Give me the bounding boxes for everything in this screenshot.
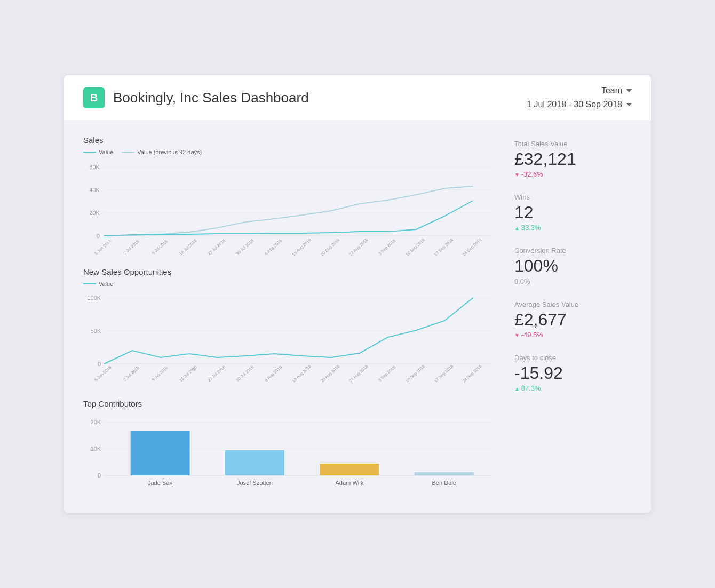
- svg-text:13 Aug 2018: 13 Aug 2018: [291, 237, 313, 257]
- contributors-chart-title: Top Contributors: [83, 399, 497, 408]
- bar-josef-szotten: [225, 450, 284, 475]
- svg-text:30 Jul 2018: 30 Jul 2018: [235, 364, 255, 383]
- header-right: Team 1 Jul 2018 - 30 Sep 2018: [527, 86, 632, 109]
- svg-text:17 Sep 2018: 17 Sep 2018: [433, 364, 454, 383]
- svg-text:10 Sep 2018: 10 Sep 2018: [404, 237, 426, 257]
- contributors-chart-container: 20K 10K 0: [83, 412, 497, 498]
- svg-text:20 Aug 2018: 20 Aug 2018: [320, 237, 341, 257]
- svg-text:40K: 40K: [89, 187, 100, 193]
- down-arrow-icon: [514, 170, 521, 178]
- legend-opp-line: [83, 283, 96, 284]
- stat-total-sales-change: -32.6%: [514, 170, 632, 178]
- bar-jade-say: [131, 431, 190, 475]
- up-arrow-icon-2: [514, 384, 521, 392]
- legend-value-line: [83, 152, 96, 153]
- svg-text:60K: 60K: [89, 164, 100, 170]
- stat-avg-sales-change: -49.5%: [514, 331, 632, 339]
- svg-text:16 Jul 2018: 16 Jul 2018: [178, 238, 198, 256]
- stat-avg-sales-label: Average Sales Value: [514, 300, 632, 308]
- svg-text:16 Jul 2018: 16 Jul 2018: [178, 364, 198, 383]
- stat-days-to-close-change: 87.3%: [514, 384, 632, 392]
- stat-conversion: Conversion Rate 100% 0.0%: [514, 247, 632, 285]
- sales-chart-title: Sales: [83, 136, 497, 145]
- team-label: Team: [601, 86, 622, 96]
- team-chevron-icon: [626, 89, 632, 92]
- svg-text:0: 0: [98, 361, 101, 367]
- svg-text:23 Jul 2018: 23 Jul 2018: [206, 364, 226, 383]
- svg-text:2 Jul 2018: 2 Jul 2018: [122, 365, 140, 382]
- stat-avg-sales-value: £2,677: [514, 311, 632, 329]
- svg-text:3 Sep 2018: 3 Sep 2018: [377, 238, 397, 256]
- svg-text:9 Jul 2018: 9 Jul 2018: [150, 239, 169, 256]
- svg-text:2 Jul 2018: 2 Jul 2018: [122, 239, 140, 256]
- svg-text:20K: 20K: [91, 419, 101, 425]
- stat-total-sales-value: £32,121: [514, 150, 632, 169]
- svg-text:6 Aug 2018: 6 Aug 2018: [264, 365, 283, 383]
- legend-prev-value: Value (previous 92 days): [122, 149, 202, 155]
- contributors-chart-svg: 20K 10K 0: [83, 412, 497, 508]
- svg-text:13 Aug 2018: 13 Aug 2018: [291, 364, 313, 383]
- svg-text:23 Jul 2018: 23 Jul 2018: [206, 238, 226, 256]
- page-title: Bookingly, Inc Sales Dashboard: [113, 90, 309, 106]
- legend-value: Value: [83, 149, 113, 155]
- svg-text:6 Aug 2018: 6 Aug 2018: [264, 239, 283, 256]
- up-arrow-icon: [514, 224, 521, 232]
- sales-chart-svg: 60K 40K 20K 0 5 Jun 20: [83, 158, 497, 265]
- dashboard-card: B Bookingly, Inc Sales Dashboard Team 1 …: [64, 75, 651, 513]
- svg-text:27 Aug 2018: 27 Aug 2018: [348, 364, 369, 383]
- stat-days-to-close-value: -15.92: [514, 364, 632, 383]
- svg-text:3 Sep 2018: 3 Sep 2018: [377, 364, 397, 383]
- date-range-label: 1 Jul 2018 - 30 Sep 2018: [527, 100, 622, 109]
- stat-wins-value: 12: [514, 203, 632, 222]
- sales-chart-section: Sales Value Value (previous 92 days) 60K: [83, 136, 497, 255]
- opportunities-chart-svg: 100K 50K 0 5 Jun 2018 2 Jul 2018 9 Jul 2…: [83, 290, 497, 392]
- svg-text:5 Jun 2018: 5 Jun 2018: [93, 239, 113, 256]
- down-arrow-icon-2: [514, 331, 521, 339]
- svg-text:10 Sep 2018: 10 Sep 2018: [404, 364, 426, 383]
- svg-text:9 Jul 2018: 9 Jul 2018: [150, 365, 169, 382]
- svg-text:5 Jun 2018: 5 Jun 2018: [93, 365, 113, 383]
- charts-column: Sales Value Value (previous 92 days) 60K: [83, 136, 497, 498]
- opportunities-legend: Value: [83, 281, 497, 287]
- svg-text:10K: 10K: [91, 446, 101, 452]
- svg-text:20K: 20K: [89, 210, 100, 216]
- svg-text:24 Sep 2018: 24 Sep 2018: [462, 364, 483, 383]
- date-range-dropdown[interactable]: 1 Jul 2018 - 30 Sep 2018: [527, 100, 632, 109]
- stat-wins: Wins 12 33.3%: [514, 193, 632, 232]
- stat-conversion-label: Conversion Rate: [514, 247, 632, 255]
- svg-text:Adam Wilk: Adam Wilk: [335, 480, 364, 486]
- sales-legend: Value Value (previous 92 days): [83, 149, 497, 155]
- svg-text:24 Sep 2018: 24 Sep 2018: [462, 237, 483, 257]
- stat-wins-change: 33.3%: [514, 224, 632, 232]
- svg-text:0: 0: [97, 233, 100, 239]
- opportunities-chart-section: New Sales Opportunities Value 100K 50K 0: [83, 267, 497, 386]
- svg-text:100K: 100K: [87, 295, 101, 301]
- svg-text:27 Aug 2018: 27 Aug 2018: [348, 237, 369, 257]
- svg-text:0: 0: [98, 473, 101, 479]
- logo-letter: B: [90, 92, 98, 104]
- stat-days-to-close-label: Days to close: [514, 354, 632, 362]
- svg-text:30 Jul 2018: 30 Jul 2018: [235, 238, 255, 256]
- legend-prev-line: [122, 152, 134, 153]
- stat-wins-label: Wins: [514, 193, 632, 201]
- svg-text:50K: 50K: [91, 328, 101, 334]
- stat-total-sales-label: Total Sales Value: [514, 140, 632, 148]
- legend-opp-value: Value: [83, 281, 113, 287]
- team-dropdown[interactable]: Team: [601, 86, 632, 96]
- bar-ben-dale: [415, 472, 474, 475]
- svg-text:Jade Say: Jade Say: [148, 480, 173, 486]
- header: B Bookingly, Inc Sales Dashboard Team 1 …: [64, 75, 651, 121]
- date-chevron-icon: [626, 103, 632, 106]
- contributors-chart-section: Top Contributors 20K 10K 0: [83, 399, 497, 498]
- svg-text:Ben Dale: Ben Dale: [432, 480, 456, 486]
- stat-total-sales: Total Sales Value £32,121 -32.6%: [514, 140, 632, 178]
- stat-conversion-change: 0.0%: [514, 277, 632, 285]
- stat-days-to-close: Days to close -15.92 87.3%: [514, 354, 632, 392]
- stat-conversion-value: 100%: [514, 257, 632, 275]
- main-content: Sales Value Value (previous 92 days) 60K: [64, 121, 651, 513]
- svg-text:20 Aug 2018: 20 Aug 2018: [320, 364, 341, 383]
- opportunities-chart-container: 100K 50K 0 5 Jun 2018 2 Jul 2018 9 Jul 2…: [83, 290, 497, 386]
- bar-adam-wilk: [320, 464, 379, 475]
- sales-chart-container: 60K 40K 20K 0 5 Jun 20: [83, 158, 497, 255]
- header-left: B Bookingly, Inc Sales Dashboard: [83, 87, 309, 108]
